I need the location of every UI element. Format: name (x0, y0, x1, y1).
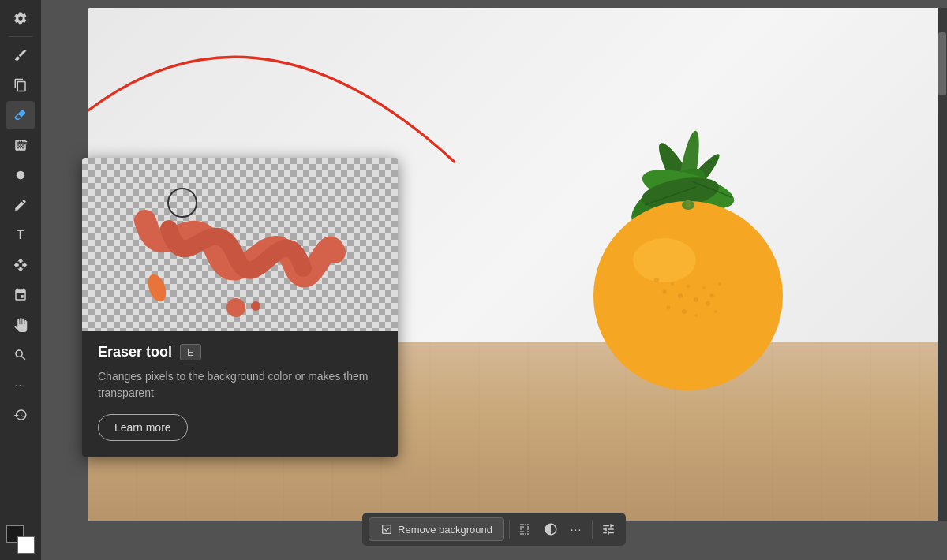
zoom-tool-btn[interactable] (6, 341, 35, 369)
right-scrollbar[interactable] (938, 8, 947, 521)
smudge-tool-btn[interactable] (6, 161, 35, 189)
gradient-tool-btn[interactable] (6, 131, 35, 159)
more-options-btn[interactable]: ··· (565, 518, 587, 540)
svg-point-12 (662, 290, 666, 294)
hand-tool-btn[interactable] (6, 311, 35, 339)
svg-point-15 (686, 285, 690, 289)
brush-icon (13, 48, 28, 62)
selection-icon (518, 522, 533, 536)
more-icon: ··· (15, 379, 27, 391)
svg-point-11 (654, 278, 659, 282)
eraser-tool-btn[interactable] (6, 101, 35, 129)
tooltip-preview-image (82, 158, 398, 331)
main-content: Eraser tool E Changes pixels to the back… (41, 0, 947, 560)
lasso-tool-btn[interactable] (6, 281, 35, 309)
tooltip-tool-name: Eraser tool (98, 344, 172, 360)
clone-stamp-tool-btn[interactable] (6, 71, 35, 99)
svg-point-0 (17, 171, 25, 180)
eraser-cursor-circle (167, 188, 197, 218)
smudge-icon (13, 168, 28, 182)
tooltip-description: Changes pixels to the background color o… (98, 368, 382, 401)
tooltip-text-area: Eraser tool E Changes pixels to the back… (82, 331, 398, 457)
bottom-toolbar: Remove background ··· (362, 513, 626, 546)
remove-bg-label: Remove background (398, 524, 492, 536)
orange-fruit-svg (550, 114, 818, 414)
settings-icon (13, 11, 28, 25)
gradient-icon (13, 138, 28, 152)
history-icon (13, 408, 28, 422)
svg-point-24 (694, 314, 698, 317)
clone-stamp-icon (13, 78, 28, 92)
settings-tool-btn[interactable] (6, 4, 35, 32)
eraser-tooltip-popup: Eraser tool E Changes pixels to the back… (82, 158, 398, 457)
svg-point-28 (144, 272, 169, 304)
svg-point-21 (714, 310, 717, 313)
remove-bg-icon (380, 523, 393, 536)
brush-tool-btn[interactable] (6, 41, 35, 69)
svg-point-16 (694, 297, 698, 302)
svg-point-14 (678, 293, 683, 298)
adjust-icon (601, 522, 616, 536)
zoom-icon (13, 348, 28, 362)
text-icon: T (17, 228, 24, 242)
move-tool-btn[interactable] (6, 251, 35, 279)
move-icon (13, 258, 28, 272)
tooltip-shortcut-key: E (180, 344, 201, 360)
background-color-swatch[interactable] (17, 536, 35, 554)
remove-background-button[interactable]: Remove background (369, 517, 504, 541)
eraser-icon (13, 108, 28, 122)
svg-point-23 (682, 309, 687, 314)
selection-tool-btn[interactable] (515, 518, 537, 540)
history-tool-btn[interactable] (6, 401, 35, 429)
color-swatches[interactable] (6, 525, 35, 554)
eraser-stroke-svg (82, 158, 398, 331)
more-tool-btn[interactable]: ··· (6, 371, 35, 399)
svg-point-19 (718, 282, 721, 286)
toolbar-divider-1 (509, 520, 510, 539)
pen-tool-btn[interactable] (6, 191, 35, 219)
svg-point-10 (633, 238, 696, 282)
toolbar-sep-1 (9, 36, 32, 37)
adjust-btn[interactable] (597, 518, 619, 540)
svg-point-20 (706, 301, 710, 306)
learn-more-button[interactable]: Learn more (98, 414, 188, 441)
invert-icon (544, 522, 558, 536)
invert-tool-btn[interactable] (540, 518, 562, 540)
svg-point-17 (702, 286, 706, 289)
more-options-icon: ··· (571, 523, 582, 536)
hand-icon (13, 318, 28, 332)
svg-point-13 (671, 282, 674, 286)
toolbar-divider-2 (592, 520, 593, 539)
left-toolbar: T ··· (0, 0, 41, 560)
text-tool-btn[interactable]: T (6, 221, 35, 249)
svg-point-22 (666, 306, 670, 310)
lasso-icon (13, 288, 28, 302)
svg-point-18 (709, 294, 713, 298)
canvas-area: Eraser tool E Changes pixels to the back… (41, 0, 947, 560)
scrollbar-thumb[interactable] (938, 32, 946, 95)
pen-icon (13, 198, 28, 212)
svg-rect-26 (686, 200, 691, 207)
tooltip-title-row: Eraser tool E (98, 344, 382, 360)
svg-point-29 (226, 298, 245, 317)
svg-point-9 (593, 201, 783, 390)
orange-image-container (429, 8, 939, 521)
svg-point-30 (251, 301, 260, 311)
